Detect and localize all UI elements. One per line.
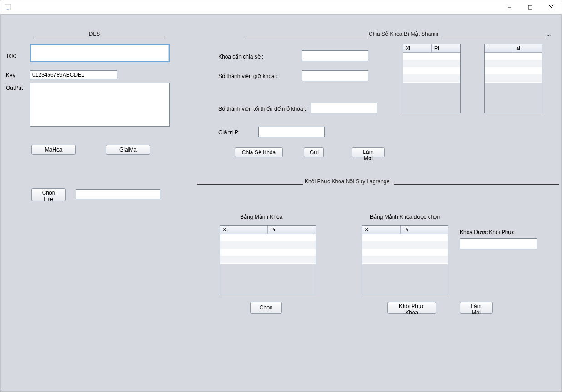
titlebar <box>0 0 562 14</box>
svg-rect-2 <box>528 5 532 9</box>
minimize-button[interactable] <box>499 0 520 14</box>
table-row <box>362 241 448 249</box>
table-right-title: Bảng Mảnh Khóa được chọn <box>370 214 440 220</box>
th-xi: Xi <box>220 226 268 234</box>
table-row <box>362 234 448 241</box>
p-input[interactable] <box>258 127 325 137</box>
shamir-section-title: Chia Sẻ Khóa Bí Mật Shamir <box>369 31 439 37</box>
keyshare-label: Khóa cần chia sẽ : <box>218 54 263 60</box>
keyshare-input[interactable] <box>302 50 368 61</box>
key-label: Key <box>6 72 15 78</box>
key-input[interactable] <box>30 70 117 79</box>
th-pi: Pi <box>432 44 460 53</box>
th-xi: Xi <box>403 44 432 53</box>
p-label: Giá trị P: <box>218 129 240 136</box>
members-label: Số thành viên giữ khóa : <box>218 73 277 79</box>
table-row <box>485 67 542 74</box>
chon-button[interactable]: Chọn <box>250 302 282 314</box>
output-textarea[interactable] <box>30 83 170 127</box>
shamir-i-ai-table[interactable]: i ai <box>484 44 542 113</box>
giaima-button[interactable]: GiaiMa <box>106 145 150 155</box>
chonfile-button[interactable]: Chon File <box>31 188 66 201</box>
shamir-xi-pi-table[interactable]: Xi Pi <box>403 44 461 113</box>
recovered-label: Khóa Được Khôi Phục <box>460 229 514 235</box>
java-app-icon <box>4 4 11 11</box>
maximize-button[interactable] <box>520 0 541 14</box>
fragment-table[interactable]: Xi Pi <box>220 225 316 294</box>
shamir-reset-button[interactable]: Làm Mới <box>352 147 385 157</box>
table-row <box>485 74 542 82</box>
lagrange-section-title: Khôi Phục Khóa Nội Suy Lagrange <box>305 178 389 185</box>
window-controls <box>499 0 562 14</box>
selected-fragment-table[interactable]: Xi Pi <box>362 225 448 294</box>
des-section-title: DES <box>89 31 100 37</box>
minmembers-input[interactable] <box>311 103 377 113</box>
th-i: i <box>485 44 513 53</box>
table-left-title: Bảng Mảnh Khóa <box>240 214 282 220</box>
text-input[interactable] <box>30 44 170 62</box>
recover-button[interactable]: Khôi Phục Khóa <box>387 302 436 314</box>
th-ai: ai <box>513 44 542 53</box>
table-row <box>220 249 316 256</box>
table-row <box>403 67 460 74</box>
table-row <box>403 74 460 82</box>
close-button[interactable] <box>541 0 562 14</box>
file-input[interactable] <box>76 189 160 199</box>
table-row <box>220 234 316 241</box>
des-section-header: DES <box>29 31 169 37</box>
text-label: Text <box>6 53 16 59</box>
table-row <box>362 249 448 256</box>
lagrange-section-header: Khôi Phục Khóa Nội Suy Lagrange <box>197 178 560 185</box>
minmembers-label: Số thành viên tối thiểu để mở khóa : <box>218 106 306 112</box>
shamir-section-header: Chia Sẻ Khóa Bí Mật Shamir ... <box>246 31 560 37</box>
client-area: DES Text Key OutPut MaHoa GiaiMa Chon Fi… <box>0 14 562 392</box>
mahoa-button[interactable]: MaHoa <box>31 145 76 155</box>
sharekey-button[interactable]: Chia Sẽ Khóa <box>235 147 283 157</box>
table-row <box>220 241 316 249</box>
app-window: DES Text Key OutPut MaHoa GiaiMa Chon Fi… <box>0 0 562 392</box>
th-pi: Pi <box>401 226 448 234</box>
output-label: OutPut <box>6 85 23 91</box>
members-input[interactable] <box>302 70 368 81</box>
table-row <box>485 53 542 60</box>
th-xi: Xi <box>362 226 401 234</box>
table-row <box>362 256 448 263</box>
table-row <box>403 53 460 60</box>
svg-rect-0 <box>5 4 11 10</box>
recovered-key-input[interactable] <box>460 238 537 249</box>
table-row <box>220 256 316 263</box>
lagrange-reset-button[interactable]: Làm Mới <box>460 302 493 314</box>
th-pi: Pi <box>268 226 316 234</box>
send-button[interactable]: Gửi <box>304 147 324 157</box>
table-row <box>403 60 460 67</box>
table-row <box>485 60 542 67</box>
